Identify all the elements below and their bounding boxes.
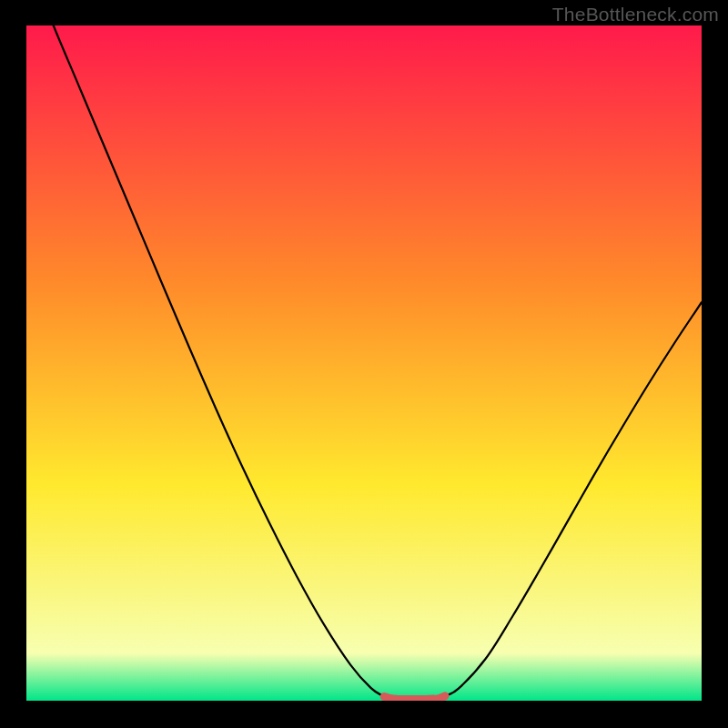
attribution-label: TheBottleneck.com — [552, 4, 719, 25]
chart-background — [26, 25, 702, 701]
bottleneck-chart — [26, 25, 702, 701]
optimal-range-highlight — [384, 696, 445, 700]
outer-frame: TheBottleneck.com — [0, 0, 728, 728]
